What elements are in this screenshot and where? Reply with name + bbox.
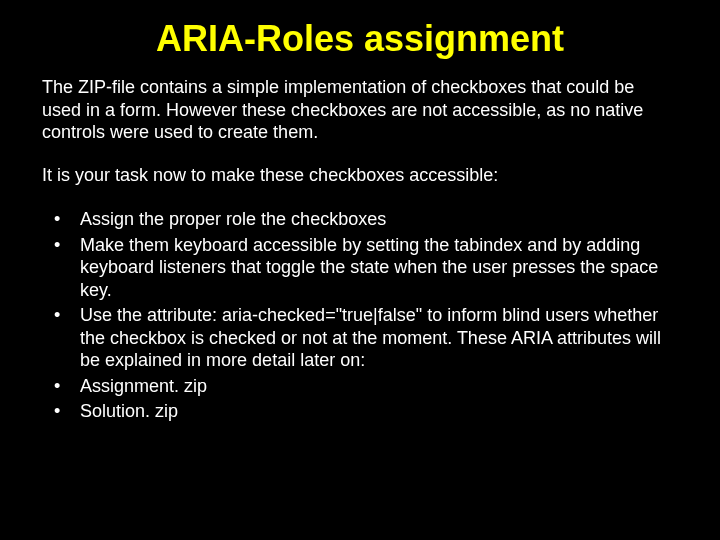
slide: ARIA-Roles assignment The ZIP-file conta… <box>0 0 720 540</box>
list-item: Assignment. zip <box>42 375 678 398</box>
slide-title: ARIA-Roles assignment <box>42 18 678 60</box>
list-item: Solution. zip <box>42 400 678 423</box>
list-item: Make them keyboard accessible by setting… <box>42 234 678 302</box>
list-item: Assign the proper role the checkboxes <box>42 208 678 231</box>
list-item: Use the attribute: aria-checked="true|fa… <box>42 304 678 372</box>
task-paragraph: It is your task now to make these checkb… <box>42 164 678 187</box>
bullet-list: Assign the proper role the checkboxes Ma… <box>42 208 678 423</box>
intro-paragraph: The ZIP-file contains a simple implement… <box>42 76 678 144</box>
